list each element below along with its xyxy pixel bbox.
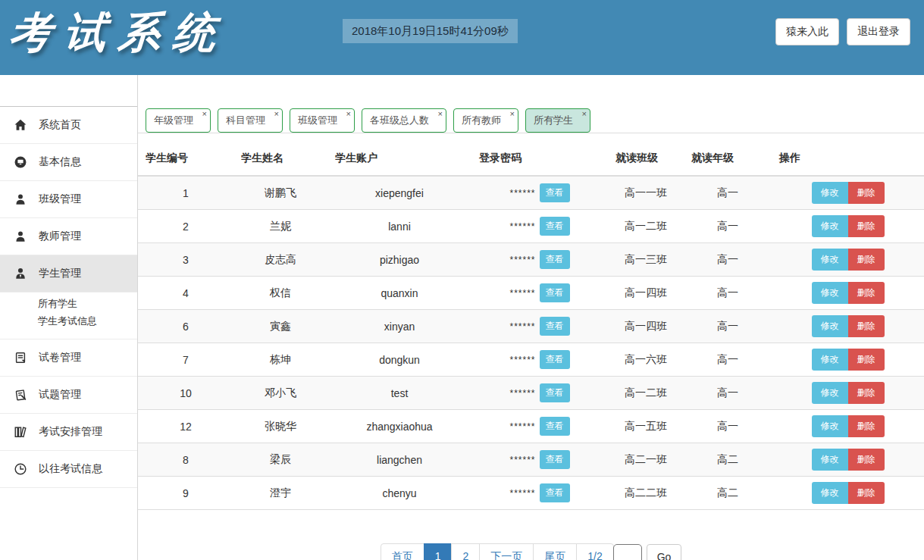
close-icon[interactable]: ×: [346, 109, 351, 118]
page-item[interactable]: 下一页: [479, 543, 534, 560]
delete-button[interactable]: 删除: [848, 349, 885, 371]
table-row: 10 邓小飞 test ******查看 高一二班 高一 修改删除: [138, 377, 924, 410]
cell-student-name: 寅鑫: [233, 310, 327, 343]
close-icon[interactable]: ×: [582, 109, 587, 118]
view-password-button[interactable]: 查看: [540, 350, 570, 369]
edit-button[interactable]: 修改: [812, 182, 848, 204]
students-table: 学生编号学生姓名学生账户登录密码就读班级就读年级操作 1 谢鹏飞 xiepeng…: [138, 145, 924, 510]
close-icon[interactable]: ×: [274, 109, 279, 118]
cell-student-name: 权信: [233, 277, 327, 310]
password-mask: ******: [509, 455, 535, 465]
delete-button[interactable]: 删除: [848, 215, 885, 237]
edit-button[interactable]: 修改: [812, 482, 848, 504]
page-item[interactable]: 1: [424, 543, 453, 560]
sidebar-item-class-mgmt[interactable]: 班级管理: [0, 181, 137, 218]
delete-button[interactable]: 删除: [848, 449, 885, 471]
view-password-button[interactable]: 查看: [540, 450, 570, 469]
view-password-button[interactable]: 查看: [540, 217, 570, 236]
edit-button[interactable]: 修改: [812, 215, 848, 237]
password-mask: ******: [509, 355, 535, 365]
view-password-button[interactable]: 查看: [540, 417, 570, 436]
sidebar-item-question-mgmt[interactable]: 试题管理: [0, 377, 137, 414]
tab[interactable]: 所有教师×: [453, 108, 518, 133]
tab-label: 科目管理: [226, 114, 265, 126]
exam-paper-icon: [14, 351, 27, 364]
tab[interactable]: 班级管理×: [290, 108, 355, 133]
edit-button[interactable]: 修改: [812, 282, 848, 304]
question-clipboard-icon: [14, 388, 27, 402]
table-row: 8 梁辰 liangchen ******查看 高二一班 高二 修改删除: [138, 443, 924, 477]
tab-bar: 年级管理× 科目管理× 班级管理× 各班级总人数× 所有教师× 所有学生×: [138, 75, 924, 133]
close-icon[interactable]: ×: [438, 109, 443, 118]
sidebar-item-past-exam-info[interactable]: 以往考试信息: [0, 451, 137, 488]
page-item[interactable]: 首页: [381, 543, 424, 560]
delete-button[interactable]: 删除: [848, 249, 885, 271]
cell-student-name: 张晓华: [233, 410, 327, 443]
cell-grade: 高一: [684, 176, 772, 210]
sidebar-item-system-home[interactable]: 系统首页: [0, 107, 137, 144]
sidebar-item-student-mgmt[interactable]: 学生管理: [0, 255, 137, 293]
delete-button[interactable]: 删除: [848, 482, 885, 504]
edit-button[interactable]: 修改: [812, 315, 848, 337]
edit-button[interactable]: 修改: [812, 349, 848, 371]
sidebar-item-teacher-mgmt[interactable]: 教师管理: [0, 218, 137, 255]
view-password-button[interactable]: 查看: [540, 250, 570, 269]
app-logo: 考试系统: [7, 5, 229, 62]
cell-student-id: 10: [138, 377, 233, 410]
edit-button[interactable]: 修改: [812, 249, 848, 271]
page-item[interactable]: 1/2: [576, 543, 613, 560]
tab[interactable]: 各班级总人数×: [362, 108, 446, 133]
page-goto-input[interactable]: [613, 544, 642, 560]
sidebar-menu: 系统首页 基本信息 班级管理 教师管理: [0, 106, 137, 488]
delete-button[interactable]: 删除: [848, 315, 885, 337]
view-password-button[interactable]: 查看: [540, 383, 570, 402]
yuan-lai-ru-ci-button[interactable]: 猿来入此: [775, 18, 839, 45]
go-button[interactable]: Go: [647, 544, 682, 560]
sidebar-subitem-all-students[interactable]: 所有学生: [38, 295, 137, 312]
logout-button[interactable]: 退出登录: [847, 18, 910, 45]
view-password-button[interactable]: 查看: [540, 183, 570, 202]
cell-password: ******查看: [471, 477, 608, 510]
view-password-button[interactable]: 查看: [540, 317, 570, 336]
tab-label: 所有教师: [462, 114, 501, 126]
teacher-person-icon: [14, 230, 27, 243]
page-item[interactable]: 尾页: [533, 543, 577, 560]
main-content: 年级管理× 科目管理× 班级管理× 各班级总人数× 所有教师× 所有学生× 学生…: [138, 75, 924, 560]
cell-actions: 修改删除: [772, 443, 924, 477]
delete-button[interactable]: 删除: [848, 282, 885, 304]
tab[interactable]: 所有学生×: [525, 108, 590, 133]
cell-class: 高一三班: [608, 243, 684, 277]
sidebar-item-basic-info[interactable]: 基本信息: [0, 144, 137, 181]
edit-button[interactable]: 修改: [812, 382, 848, 404]
cell-student-account: zhangxiaohua: [327, 410, 471, 443]
view-password-button[interactable]: 查看: [540, 283, 570, 302]
close-icon[interactable]: ×: [202, 109, 207, 118]
sidebar-item-label: 以往考试信息: [39, 462, 102, 476]
cell-student-name: 皮志高: [233, 243, 327, 277]
delete-button[interactable]: 删除: [848, 382, 885, 404]
password-mask: ******: [509, 321, 535, 332]
tab[interactable]: 年级管理×: [146, 108, 211, 133]
password-mask: ******: [509, 421, 535, 432]
sidebar-item-label: 教师管理: [39, 230, 81, 243]
header-actions: 猿来入此 退出登录: [775, 18, 910, 45]
cell-grade: 高一: [684, 277, 772, 310]
cell-actions: 修改删除: [772, 210, 924, 243]
page-item[interactable]: 2: [451, 543, 480, 560]
sidebar-item-exam-schedule-mgmt[interactable]: 考试安排管理: [0, 414, 137, 451]
password-mask: ******: [509, 188, 535, 199]
delete-button[interactable]: 删除: [848, 182, 885, 204]
sidebar-item-paper-mgmt[interactable]: 试卷管理: [0, 339, 137, 377]
cell-grade: 高一: [684, 310, 772, 343]
sidebar-item-label: 班级管理: [39, 192, 81, 206]
edit-button[interactable]: 修改: [812, 415, 848, 437]
sidebar-subitem-student-exam-info[interactable]: 学生考试信息: [38, 312, 137, 330]
delete-button[interactable]: 删除: [848, 415, 885, 437]
cell-grade: 高一: [684, 377, 772, 410]
tab[interactable]: 科目管理×: [218, 108, 283, 133]
view-password-button[interactable]: 查看: [540, 483, 570, 502]
cell-actions: 修改删除: [772, 410, 924, 443]
tab-label: 年级管理: [154, 114, 193, 126]
edit-button[interactable]: 修改: [812, 449, 848, 471]
close-icon[interactable]: ×: [510, 109, 515, 118]
